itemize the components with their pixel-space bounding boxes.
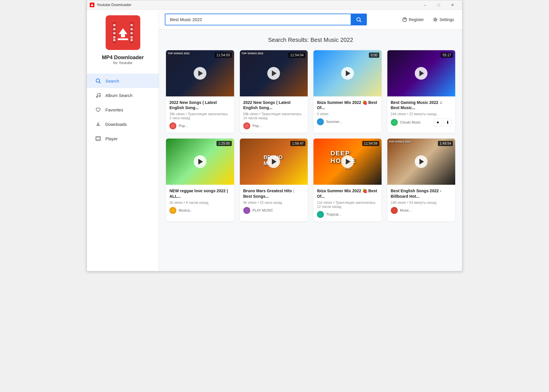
channel-icon [243, 122, 250, 129]
svg-rect-12 [130, 39, 133, 41]
card-info: Bruno Mars Greatest Hits : Best Songs...… [240, 185, 308, 217]
card-actions: ♥ ⬇ [434, 118, 452, 126]
play-button[interactable] [341, 67, 354, 80]
video-duration: 11:54:59 [362, 141, 379, 146]
svg-marker-0 [91, 3, 94, 6]
search-input[interactable] [165, 14, 351, 25]
video-card[interactable]: 1:25:00 NEW reggae love songs 2022 | ALL… [166, 139, 234, 221]
svg-rect-9 [130, 28, 133, 30]
sidebar-item-search[interactable]: Search [87, 74, 159, 88]
window-title: Youtube Downloader [97, 3, 131, 7]
card-channel: Music... [391, 207, 452, 214]
film-icon [95, 135, 101, 142]
play-button[interactable] [415, 67, 427, 80]
sidebar-item-downloads[interactable]: Downloads [87, 117, 159, 131]
card-info: 2022 New Songs ( Latest English Song... … [166, 96, 234, 133]
card-title: 2022 New Songs ( Latest English Song... [169, 100, 231, 110]
card-meta: 9k views • 23 часа назад [243, 201, 305, 205]
video-card[interactable]: TOP SONGS 2022 11:54:03 2022 New Songs (… [166, 50, 234, 133]
video-thumbnail: TOP SONGS 2022 11:54:03 [166, 50, 234, 96]
search-button[interactable] [351, 14, 367, 25]
favorite-button[interactable]: ♥ [434, 118, 442, 126]
svg-point-30 [403, 18, 407, 22]
sidebar-item-favorites[interactable]: Favorites [87, 102, 159, 117]
play-button[interactable] [194, 67, 206, 80]
channel-name: Music... [400, 208, 450, 212]
card-channel: Cloudx Music ♥ ⬇ [391, 118, 452, 126]
sidebar-item-album-search[interactable]: Album Search [87, 88, 159, 102]
video-card[interactable]: DEEP HOUSEmix 11:54:59 Ibiza Summer Mix … [313, 139, 382, 221]
app-subtitle: for Youtube [113, 61, 132, 65]
content-area: Search Results: Best Music 2022 TOP SONG… [159, 30, 462, 271]
sidebar-item-player[interactable]: Player [87, 131, 159, 146]
card-info: 2022 New Songs ( Latest English Song... … [240, 96, 308, 133]
maximize-button[interactable]: □ [432, 0, 445, 10]
play-button[interactable] [341, 155, 354, 168]
results-title: Search Results: Best Music 2022 [166, 37, 455, 43]
channel-icon [169, 122, 176, 129]
card-meta: 3k views • 6 часов назад [169, 201, 231, 205]
card-meta: 11k views • Трансляция закончилась 12 ча… [317, 201, 378, 209]
minimize-button[interactable]: – [418, 0, 432, 10]
download-icon [95, 121, 101, 127]
channel-icon [317, 118, 324, 125]
channel-name: Pop... [179, 124, 228, 128]
svg-line-29 [360, 20, 361, 22]
channel-icon [391, 119, 398, 126]
play-button[interactable] [267, 67, 280, 80]
video-card[interactable]: POP SONGS 2022 1:49:54 Best English Song… [387, 139, 455, 221]
card-channel: Summer... [317, 118, 378, 125]
card-info: Best English Songs 2022 - Billboard Hot.… [387, 185, 455, 217]
play-button[interactable] [194, 155, 206, 168]
main-content: Register Settings Search Results: Best M… [159, 10, 462, 271]
card-channel: Musica... [169, 207, 231, 214]
download-button[interactable]: ⬇ [444, 118, 452, 126]
video-duration: 1:25:00 [216, 141, 231, 146]
svg-rect-10 [130, 32, 133, 34]
channel-name: Tropical... [326, 212, 376, 216]
settings-label: Settings [439, 17, 454, 22]
card-title: Bruno Mars Greatest Hits : Best Songs... [243, 188, 305, 199]
sidebar: MP4 Downloader for Youtube Search [87, 10, 159, 271]
nav-items: Search Album Search [87, 74, 159, 146]
topbar-actions: Register Settings [400, 16, 456, 23]
nav-label-album-search: Album Search [105, 93, 132, 98]
video-duration: 55:17 [441, 53, 453, 58]
video-card[interactable]: BRUNO MARS 1:58:47 Bruno Mars Greatest H… [240, 139, 308, 221]
play-button[interactable] [415, 155, 427, 168]
card-meta: 244 views • 22 минуты назад [391, 112, 452, 116]
card-title: 2022 New Songs ( Latest English Song... [243, 100, 305, 110]
app-icon [90, 3, 94, 7]
video-card[interactable]: 55:17 Best Gaming Music 2022 ♫ Best Musi… [387, 50, 455, 133]
svg-rect-5 [113, 32, 115, 34]
app-body: MP4 Downloader for Youtube Search [87, 10, 462, 271]
play-button[interactable] [267, 155, 280, 168]
video-grid: TOP SONGS 2022 11:54:03 2022 New Songs (… [166, 50, 455, 221]
card-info: NEW reggae love songs 2022 | ALL... 3k v… [166, 185, 234, 217]
video-thumbnail: 0:00 [313, 50, 382, 96]
settings-button[interactable]: Settings [431, 16, 456, 23]
card-meta: 36k views • Трансляция закончилась 2 час… [169, 112, 231, 120]
video-duration: 1:49:54 [438, 141, 453, 146]
card-channel: Pop... [169, 122, 231, 129]
video-thumbnail: TOP SONGS 2022 11:54:04 [240, 50, 308, 96]
video-card[interactable]: 0:00 Ibiza Summer Mix 2022 🍓 Best Of... … [313, 50, 382, 133]
video-thumbnail: DEEP HOUSEmix 11:54:59 [313, 139, 382, 185]
video-card[interactable]: TOP SONGS 2022 11:54:04 2022 New Songs (… [240, 50, 308, 133]
search-box [165, 14, 367, 25]
close-button[interactable]: ✕ [446, 0, 459, 10]
music-note-icon [95, 92, 101, 98]
svg-rect-8 [130, 24, 133, 26]
svg-point-32 [434, 19, 436, 20]
nav-label-favorites: Favorites [105, 107, 123, 112]
channel-icon [169, 207, 176, 214]
titlebar-left: Youtube Downloader [90, 3, 131, 7]
card-title: Best English Songs 2022 - Billboard Hot.… [391, 188, 452, 199]
svg-rect-16 [118, 38, 128, 40]
register-button[interactable]: Register [400, 16, 426, 23]
channel-name: Musica... [179, 208, 228, 212]
card-meta: 58k views • Трансляция закончилась 14 ча… [243, 112, 305, 120]
topbar: Register Settings [159, 10, 462, 30]
channel-icon [317, 211, 324, 218]
svg-rect-15 [121, 34, 125, 37]
